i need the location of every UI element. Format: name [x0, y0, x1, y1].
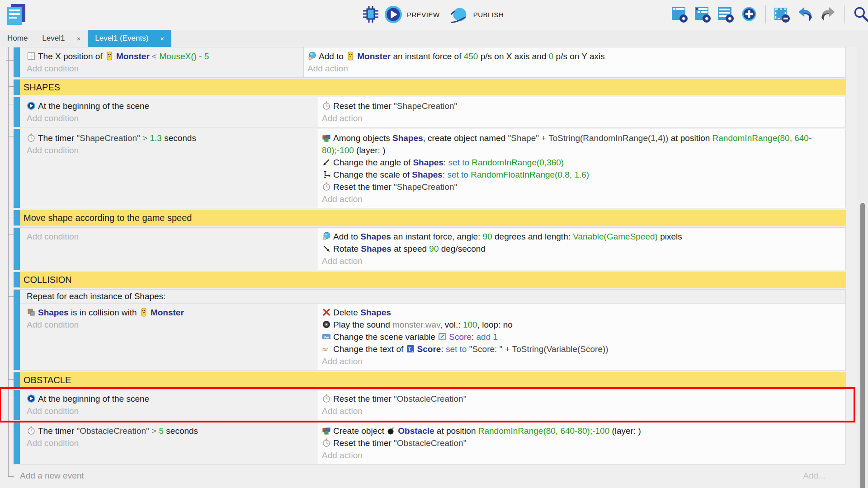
- action-line[interactable]: Delete Shapes: [322, 306, 841, 319]
- text-segment: RandomInRange(0,360): [472, 158, 564, 167]
- text-segment: at position: [434, 426, 478, 436]
- add-new-event-link[interactable]: Add a new event: [20, 471, 84, 481]
- actions-column[interactable]: Delete ShapesPlay the sound monster.wav,…: [318, 304, 845, 370]
- event-row[interactable]: Add conditionAdd to Shapes an instant fo…: [14, 227, 846, 270]
- group-header[interactable]: Move shape according to the game speed: [14, 210, 846, 226]
- actions-column[interactable]: Reset the timer "ShapeCreation"Add actio…: [318, 97, 845, 127]
- event-row[interactable]: The timer "ShapeCreation" > 1.3 secondsA…: [14, 129, 846, 208]
- text-segment: <: [150, 52, 160, 61]
- conditions-column[interactable]: The timer "ObstacleCreation" > 5 seconds…: [20, 422, 318, 464]
- add-circle-icon[interactable]: [740, 5, 758, 24]
- group-header-label: Move shape according to the game speed: [24, 213, 192, 223]
- tab-close-icon[interactable]: ×: [76, 35, 80, 42]
- actions-column[interactable]: Reset the timer "ObstacleCreation"Add ac…: [318, 390, 845, 420]
- search-icon[interactable]: [852, 5, 868, 24]
- action-line[interactable]: Play the sound monster.wav, vol.: 100, l…: [322, 319, 841, 331]
- action-line[interactable]: Reset the timer "ShapeCreation": [322, 181, 841, 193]
- add-action-link[interactable]: Add action: [322, 355, 841, 367]
- action-line[interactable]: Rotate Shapes at speed 90 deg/second: [322, 243, 841, 255]
- text-segment: Reset the timer: [333, 438, 394, 448]
- conditions-column[interactable]: At the beginning of the sceneAdd conditi…: [20, 390, 318, 420]
- tab-home[interactable]: Home: [0, 30, 35, 47]
- publish-label[interactable]: PUBLISH: [473, 11, 504, 19]
- publish-planet-icon[interactable]: [451, 5, 469, 24]
- text-segment: Score: [449, 332, 472, 342]
- text-segment: Change the scene variable: [333, 332, 438, 342]
- action-line[interactable]: Create object Obstacle at position Rando…: [322, 425, 841, 437]
- project-manager-icon[interactable]: [5, 2, 28, 28]
- event-row[interactable]: At the beginning of the sceneAdd conditi…: [14, 389, 846, 420]
- group-header[interactable]: OBSTACLE: [14, 372, 846, 388]
- debug-icon[interactable]: [362, 5, 380, 24]
- condition-line[interactable]: At the beginning of the scene: [27, 100, 313, 112]
- conditions-column[interactable]: The timer "ShapeCreation" > 1.3 secondsA…: [20, 129, 318, 208]
- event-row[interactable]: The X position of Monster < MouseX() - 5…: [14, 47, 846, 78]
- add-subevent-icon[interactable]: [694, 5, 712, 24]
- add-action-link[interactable]: Add action: [307, 62, 841, 75]
- action-line[interactable]: Reset the timer "ObstacleCreation": [322, 437, 841, 449]
- redo-icon[interactable]: [819, 5, 837, 24]
- vertical-scrollbar-track[interactable]: [857, 47, 868, 488]
- tab-level1-events-[interactable]: Level1 (Events)×: [88, 30, 171, 47]
- create-icon: [322, 133, 331, 142]
- conditions-column[interactable]: The X position of Monster < MouseX() - 5…: [20, 47, 304, 77]
- conditions-column[interactable]: At the beginning of the sceneAdd conditi…: [20, 97, 318, 127]
- event-row[interactable]: Repeat for each instance of Shapes:Shape…: [14, 289, 846, 371]
- action-line[interactable]: txtChange the text of TxScore: set to "S…: [322, 343, 841, 355]
- add-more-link[interactable]: Add...: [803, 471, 826, 481]
- add-action-link[interactable]: Add action: [322, 405, 841, 417]
- actions-column[interactable]: Among objects Shapes, create object name…: [318, 129, 845, 208]
- event-row[interactable]: At the beginning of the sceneAdd conditi…: [14, 97, 846, 127]
- add-condition-link[interactable]: Add condition: [27, 144, 313, 156]
- condition-line[interactable]: At the beginning of the scene: [27, 393, 313, 405]
- group-header[interactable]: SHAPES: [14, 79, 846, 95]
- condition-line[interactable]: The timer "ObstacleCreation" > 5 seconds: [27, 425, 313, 437]
- action-line[interactable]: Add to Shapes an instant force, angle: 9…: [322, 230, 841, 243]
- add-condition-link[interactable]: Add condition: [27, 62, 299, 75]
- add-action-link[interactable]: Add action: [322, 255, 841, 267]
- preview-play-icon[interactable]: [384, 5, 402, 24]
- actions-column[interactable]: Add to Monster an instant force of 450 p…: [304, 47, 845, 77]
- delete-selection-icon[interactable]: [773, 5, 791, 24]
- timer-icon: [322, 182, 331, 191]
- tab-close-icon[interactable]: ×: [160, 35, 164, 42]
- undo-icon[interactable]: [796, 5, 814, 24]
- action-line[interactable]: Reset the timer "ShapeCreation": [322, 100, 841, 112]
- foreach-label[interactable]: Repeat for each instance of Shapes:: [20, 290, 845, 304]
- tab-level1[interactable]: Level1×: [35, 30, 88, 47]
- action-line[interactable]: Change the scale of Shapes: set to Rando…: [322, 169, 841, 181]
- events-footer: Add a new event Add...: [0, 467, 857, 488]
- add-condition-link[interactable]: Add condition: [27, 230, 313, 243]
- action-line[interactable]: Reset the timer "ObstacleCreation": [322, 393, 841, 405]
- action-line[interactable]: VarChange the scene variable Score: add …: [322, 331, 841, 343]
- tab-label: Level1: [42, 34, 65, 43]
- actions-column[interactable]: Create object Obstacle at position Rando…: [318, 422, 845, 464]
- add-action-link[interactable]: Add action: [322, 112, 841, 124]
- condition-line[interactable]: The X position of Monster < MouseX() - 5: [27, 50, 299, 62]
- add-action-link[interactable]: Add action: [322, 193, 841, 205]
- add-condition-link[interactable]: Add condition: [27, 437, 313, 449]
- conditions-column[interactable]: Shapes is in collision with MonsterAdd c…: [20, 304, 318, 370]
- text-segment: MouseX() - 5: [159, 52, 209, 61]
- text-segment: Change the scale of: [333, 170, 412, 179]
- action-line[interactable]: Add to Monster an instant force of 450 p…: [307, 50, 841, 62]
- condition-line[interactable]: The timer "ShapeCreation" > 1.3 seconds: [27, 132, 313, 144]
- text-segment: set to: [447, 170, 471, 179]
- vertical-scrollbar-thumb[interactable]: [860, 203, 865, 488]
- text-segment: "ShapeCreation": [394, 182, 457, 192]
- text-segment: "Shape" + ToString(RandomInRange(1,4)): [508, 133, 669, 143]
- add-condition-link[interactable]: Add condition: [27, 405, 313, 417]
- event-row[interactable]: The timer "ObstacleCreation" > 5 seconds…: [14, 422, 846, 465]
- add-comment-icon[interactable]: [717, 5, 735, 24]
- condition-line[interactable]: Shapes is in collision with Monster: [27, 306, 313, 319]
- preview-label[interactable]: PREVIEW: [407, 11, 440, 19]
- group-header[interactable]: COLLISION: [14, 272, 846, 288]
- action-line[interactable]: Change the angle of Shapes: set to Rando…: [322, 156, 841, 169]
- conditions-column[interactable]: Add condition: [20, 228, 318, 270]
- add-action-link[interactable]: Add action: [322, 449, 841, 461]
- add-condition-link[interactable]: Add condition: [27, 319, 313, 331]
- actions-column[interactable]: Add to Shapes an instant force, angle: 9…: [318, 228, 845, 270]
- action-line[interactable]: Among objects Shapes, create object name…: [322, 132, 841, 156]
- add-condition-link[interactable]: Add condition: [27, 112, 313, 124]
- add-event-icon[interactable]: [671, 5, 689, 24]
